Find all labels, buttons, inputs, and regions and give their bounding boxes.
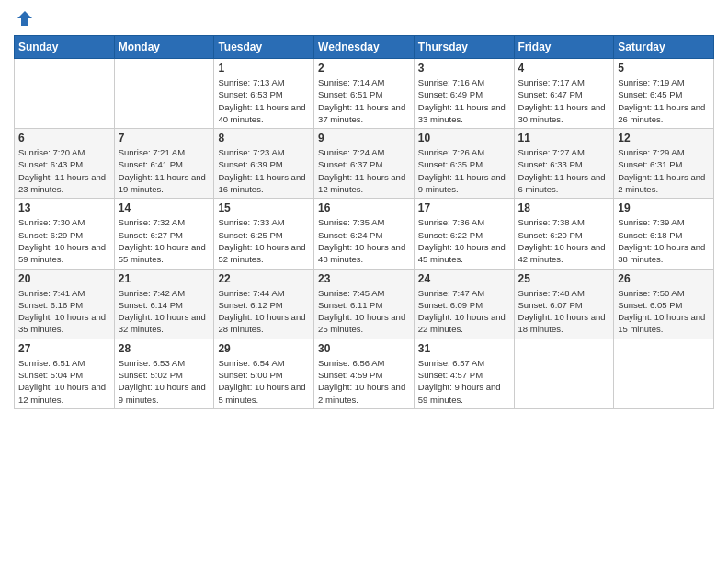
- day-number: 1: [218, 62, 310, 75]
- day-number: 8: [218, 132, 310, 144]
- day-info: Sunrise: 7:33 AM Sunset: 6:25 PM Dayligh…: [218, 216, 310, 265]
- calendar-cell: 20Sunrise: 7:41 AM Sunset: 6:16 PM Dayli…: [15, 269, 115, 339]
- page: SundayMondayTuesdayWednesdayThursdayFrid…: [0, 0, 728, 563]
- weekday-header: Wednesday: [314, 36, 415, 59]
- day-number: 26: [618, 272, 710, 285]
- calendar-cell: 9Sunrise: 7:24 AM Sunset: 6:37 PM Daylig…: [314, 129, 415, 199]
- header: [14, 9, 714, 28]
- day-number: 3: [418, 62, 510, 75]
- day-info: Sunrise: 7:16 AM Sunset: 6:49 PM Dayligh…: [418, 76, 510, 125]
- day-info: Sunrise: 7:24 AM Sunset: 6:37 PM Dayligh…: [318, 146, 410, 195]
- calendar-cell: 5Sunrise: 7:19 AM Sunset: 6:45 PM Daylig…: [614, 59, 714, 129]
- day-info: Sunrise: 7:39 AM Sunset: 6:18 PM Dayligh…: [618, 216, 710, 265]
- logo-icon: [16, 9, 34, 28]
- day-info: Sunrise: 7:41 AM Sunset: 6:16 PM Dayligh…: [18, 287, 110, 336]
- logo: [14, 9, 34, 28]
- calendar-cell: 18Sunrise: 7:38 AM Sunset: 6:20 PM Dayli…: [514, 199, 614, 269]
- day-number: 5: [618, 62, 710, 75]
- day-info: Sunrise: 7:23 AM Sunset: 6:39 PM Dayligh…: [218, 146, 310, 195]
- calendar-cell: 4Sunrise: 7:17 AM Sunset: 6:47 PM Daylig…: [514, 59, 614, 129]
- calendar-week-row: 27Sunrise: 6:51 AM Sunset: 5:04 PM Dayli…: [15, 339, 714, 408]
- day-info: Sunrise: 7:50 AM Sunset: 6:05 PM Dayligh…: [618, 287, 710, 336]
- weekday-header: Sunday: [15, 36, 115, 59]
- day-number: 29: [218, 342, 310, 355]
- day-number: 31: [418, 342, 510, 355]
- calendar-cell: 28Sunrise: 6:53 AM Sunset: 5:02 PM Dayli…: [114, 339, 214, 408]
- day-number: 14: [119, 201, 210, 214]
- day-number: 2: [318, 62, 410, 75]
- day-info: Sunrise: 6:57 AM Sunset: 4:57 PM Dayligh…: [418, 357, 510, 406]
- calendar-cell: 16Sunrise: 7:35 AM Sunset: 6:24 PM Dayli…: [314, 199, 415, 269]
- day-info: Sunrise: 7:26 AM Sunset: 6:35 PM Dayligh…: [418, 146, 510, 195]
- day-number: 23: [318, 272, 410, 285]
- day-number: 13: [18, 201, 110, 214]
- day-number: 21: [119, 272, 210, 285]
- day-info: Sunrise: 7:13 AM Sunset: 6:53 PM Dayligh…: [218, 76, 310, 125]
- day-number: 28: [119, 342, 210, 355]
- calendar-cell: 15Sunrise: 7:33 AM Sunset: 6:25 PM Dayli…: [214, 199, 314, 269]
- day-number: 12: [618, 132, 710, 144]
- calendar-cell: 10Sunrise: 7:26 AM Sunset: 6:35 PM Dayli…: [414, 129, 514, 199]
- day-info: Sunrise: 7:29 AM Sunset: 6:31 PM Dayligh…: [618, 146, 710, 195]
- day-info: Sunrise: 7:20 AM Sunset: 6:43 PM Dayligh…: [18, 146, 110, 195]
- day-info: Sunrise: 6:56 AM Sunset: 4:59 PM Dayligh…: [318, 357, 410, 406]
- calendar-header-row: SundayMondayTuesdayWednesdayThursdayFrid…: [15, 36, 714, 59]
- calendar-cell: 23Sunrise: 7:45 AM Sunset: 6:11 PM Dayli…: [314, 269, 415, 339]
- day-info: Sunrise: 7:19 AM Sunset: 6:45 PM Dayligh…: [618, 76, 710, 125]
- weekday-header: Saturday: [614, 36, 714, 59]
- weekday-header: Thursday: [414, 36, 514, 59]
- day-info: Sunrise: 7:48 AM Sunset: 6:07 PM Dayligh…: [518, 287, 610, 336]
- calendar-cell: [514, 339, 614, 408]
- day-number: 10: [418, 132, 510, 144]
- weekday-header: Friday: [514, 36, 614, 59]
- day-info: Sunrise: 7:32 AM Sunset: 6:27 PM Dayligh…: [119, 216, 210, 265]
- calendar-week-row: 20Sunrise: 7:41 AM Sunset: 6:16 PM Dayli…: [15, 269, 714, 339]
- day-info: Sunrise: 7:45 AM Sunset: 6:11 PM Dayligh…: [318, 287, 410, 336]
- day-number: 20: [18, 272, 110, 285]
- day-number: 6: [18, 132, 110, 144]
- day-number: 11: [518, 132, 610, 144]
- calendar-cell: 3Sunrise: 7:16 AM Sunset: 6:49 PM Daylig…: [414, 59, 514, 129]
- calendar-cell: 24Sunrise: 7:47 AM Sunset: 6:09 PM Dayli…: [414, 269, 514, 339]
- svg-marker-0: [17, 11, 32, 26]
- day-number: 16: [318, 201, 410, 214]
- day-number: 24: [418, 272, 510, 285]
- day-number: 22: [218, 272, 310, 285]
- day-number: 9: [318, 132, 410, 144]
- calendar-cell: 30Sunrise: 6:56 AM Sunset: 4:59 PM Dayli…: [314, 339, 415, 408]
- day-info: Sunrise: 6:54 AM Sunset: 5:00 PM Dayligh…: [218, 357, 310, 406]
- calendar-week-row: 13Sunrise: 7:30 AM Sunset: 6:29 PM Dayli…: [15, 199, 714, 269]
- calendar-cell: 8Sunrise: 7:23 AM Sunset: 6:39 PM Daylig…: [214, 129, 314, 199]
- day-number: 25: [518, 272, 610, 285]
- calendar-cell: 19Sunrise: 7:39 AM Sunset: 6:18 PM Dayli…: [614, 199, 714, 269]
- day-number: 19: [618, 201, 710, 214]
- calendar-cell: 31Sunrise: 6:57 AM Sunset: 4:57 PM Dayli…: [414, 339, 514, 408]
- calendar-cell: 12Sunrise: 7:29 AM Sunset: 6:31 PM Dayli…: [614, 129, 714, 199]
- calendar-cell: 11Sunrise: 7:27 AM Sunset: 6:33 PM Dayli…: [514, 129, 614, 199]
- calendar-cell: [15, 59, 115, 129]
- calendar-week-row: 6Sunrise: 7:20 AM Sunset: 6:43 PM Daylig…: [15, 129, 714, 199]
- calendar-cell: 2Sunrise: 7:14 AM Sunset: 6:51 PM Daylig…: [314, 59, 415, 129]
- day-info: Sunrise: 7:14 AM Sunset: 6:51 PM Dayligh…: [318, 76, 410, 125]
- weekday-header: Monday: [114, 36, 214, 59]
- day-number: 17: [418, 201, 510, 214]
- calendar-cell: 17Sunrise: 7:36 AM Sunset: 6:22 PM Dayli…: [414, 199, 514, 269]
- calendar-cell: 22Sunrise: 7:44 AM Sunset: 6:12 PM Dayli…: [214, 269, 314, 339]
- calendar-cell: 25Sunrise: 7:48 AM Sunset: 6:07 PM Dayli…: [514, 269, 614, 339]
- day-info: Sunrise: 7:21 AM Sunset: 6:41 PM Dayligh…: [119, 146, 210, 195]
- day-info: Sunrise: 7:36 AM Sunset: 6:22 PM Dayligh…: [418, 216, 510, 265]
- day-number: 4: [518, 62, 610, 75]
- calendar-cell: 7Sunrise: 7:21 AM Sunset: 6:41 PM Daylig…: [114, 129, 214, 199]
- calendar-cell: 29Sunrise: 6:54 AM Sunset: 5:00 PM Dayli…: [214, 339, 314, 408]
- calendar-table: SundayMondayTuesdayWednesdayThursdayFrid…: [14, 35, 714, 409]
- weekday-header: Tuesday: [214, 36, 314, 59]
- day-info: Sunrise: 7:17 AM Sunset: 6:47 PM Dayligh…: [518, 76, 610, 125]
- day-info: Sunrise: 6:53 AM Sunset: 5:02 PM Dayligh…: [119, 357, 210, 406]
- day-info: Sunrise: 7:38 AM Sunset: 6:20 PM Dayligh…: [518, 216, 610, 265]
- day-info: Sunrise: 7:47 AM Sunset: 6:09 PM Dayligh…: [418, 287, 510, 336]
- day-info: Sunrise: 7:35 AM Sunset: 6:24 PM Dayligh…: [318, 216, 410, 265]
- calendar-week-row: 1Sunrise: 7:13 AM Sunset: 6:53 PM Daylig…: [15, 59, 714, 129]
- day-number: 30: [318, 342, 410, 355]
- calendar-cell: 1Sunrise: 7:13 AM Sunset: 6:53 PM Daylig…: [214, 59, 314, 129]
- calendar-cell: [114, 59, 214, 129]
